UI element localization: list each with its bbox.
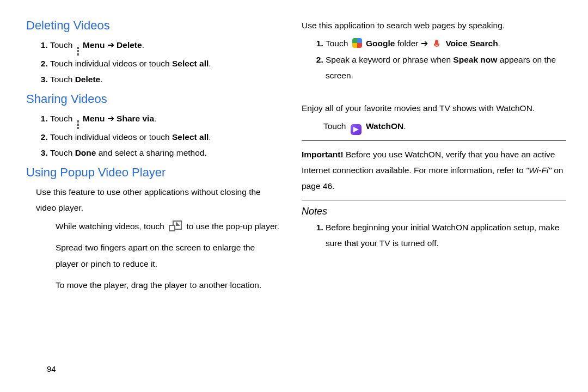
share-via-label: Share via	[117, 114, 154, 123]
left-column: Deleting Videos Touch Menu ➔ Delete. Tou…	[26, 15, 296, 392]
wifi-ref: "Wi-Fi"	[526, 166, 552, 175]
deleting-steps: Touch Menu ➔ Delete. Touch individual vi…	[26, 37, 280, 88]
menu-icon	[77, 47, 79, 56]
watchon-icon: ▶	[351, 124, 362, 135]
heading-sharing-videos: Sharing Videos	[26, 92, 280, 106]
text: to use the pop-up player.	[187, 222, 280, 231]
google-folder-icon	[352, 38, 362, 48]
popup-player-icon	[169, 220, 182, 231]
manual-page: Deleting Videos Touch Menu ➔ Delete. Tou…	[0, 0, 588, 392]
select-all-label: Select all	[172, 132, 209, 142]
horizontal-rule	[302, 200, 566, 200]
watchon-intro: Enjoy all of your favorite movies and TV…	[302, 100, 566, 116]
popup-bullet-1: While watching videos, touch to use the …	[56, 218, 280, 234]
text: Touch	[50, 114, 72, 123]
delete-label: Delete	[75, 75, 101, 84]
menu-icon	[77, 120, 79, 129]
notes-item-1: Before beginning your initial WatchON ap…	[326, 219, 566, 252]
right-column: Use this application to search web pages…	[296, 15, 566, 392]
text: Touch individual videos or touch	[50, 59, 172, 68]
mic-icon	[432, 39, 442, 48]
text: Touch	[50, 75, 75, 84]
voice-search-label: Voice Search	[445, 39, 498, 48]
popup-intro: Use this feature to use other applicatio…	[36, 184, 280, 216]
done-label: Done	[75, 148, 96, 157]
watchon-label: WatchON	[366, 121, 403, 131]
text: While watching videos, touch	[56, 222, 167, 231]
voice-step-2: Speak a keyword or phrase when Speak now…	[326, 52, 566, 84]
watchon-important: Important! Before you use WatchON, verif…	[302, 146, 566, 194]
text: Touch	[323, 121, 348, 131]
text: folder ➔	[397, 39, 430, 48]
heading-popup-video: Using Popup Video Player	[26, 166, 280, 180]
sharing-step-1: Touch Menu ➔ Share via.	[50, 111, 280, 129]
notes-heading: Notes	[302, 206, 566, 217]
important-label: Important!	[302, 150, 344, 159]
menu-label: Menu	[83, 40, 105, 50]
text: Touch	[50, 40, 72, 50]
voice-intro: Use this application to search web pages…	[302, 17, 566, 33]
speak-now-label: Speak now	[453, 55, 497, 64]
page-number: 94	[47, 364, 56, 373]
deleting-step-1: Touch Menu ➔ Delete.	[50, 37, 280, 56]
google-label: Google	[366, 39, 395, 48]
popup-bullet-2: Spread two fingers apart on the screen t…	[56, 240, 280, 272]
notes-list: Before beginning your initial WatchON ap…	[302, 219, 566, 252]
text: Touch	[326, 39, 351, 48]
sharing-step-3: Touch Done and select a sharing method.	[50, 145, 280, 161]
arrow: ➔	[107, 114, 117, 123]
horizontal-rule	[302, 140, 566, 141]
voice-step-1: Touch Google folder ➔ Voice Search.	[326, 35, 566, 51]
text: Speak a keyword or phrase when	[326, 55, 453, 64]
deleting-step-2: Touch individual videos or touch Select …	[50, 56, 280, 71]
voice-steps: Touch Google folder ➔ Voice Search. Spea…	[302, 35, 566, 83]
delete-label: Delete	[117, 40, 142, 50]
watchon-touch-line: Touch ▶ WatchON.	[323, 118, 566, 134]
sharing-step-2: Touch individual videos or touch Select …	[50, 129, 280, 145]
heading-deleting-videos: Deleting Videos	[26, 19, 280, 33]
arrow: ➔	[107, 40, 117, 50]
deleting-step-3: Touch Delete.	[50, 71, 280, 87]
popup-bullet-3: To move the player, drag the player to a…	[56, 277, 280, 293]
text: and select a sharing method.	[96, 148, 206, 157]
select-all-label: Select all	[172, 59, 209, 68]
menu-label: Menu	[83, 114, 105, 123]
text: Touch individual videos or touch	[50, 132, 172, 142]
text: Touch	[50, 148, 75, 157]
sharing-steps: Touch Menu ➔ Share via. Touch individual…	[26, 111, 280, 161]
